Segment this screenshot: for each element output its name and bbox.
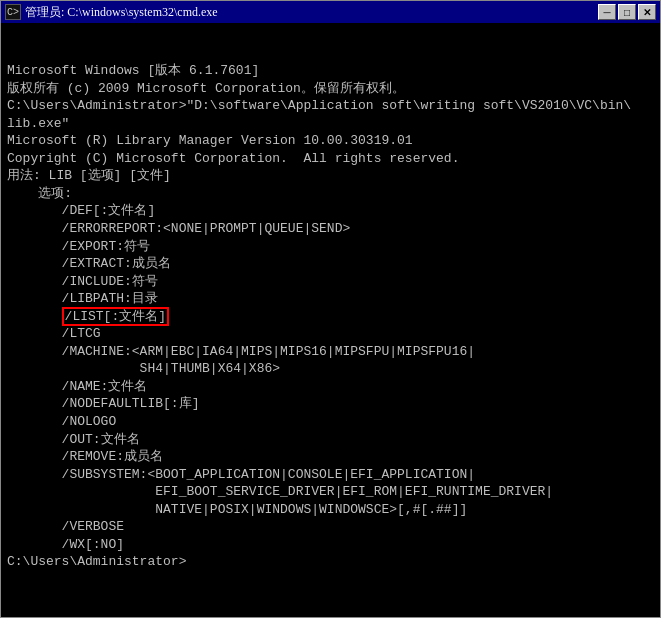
terminal-line: NATIVE|POSIX|WINDOWS|WINDOWSCE>[,#[.##]] — [7, 501, 654, 519]
terminal-line: /VERBOSE — [7, 518, 654, 536]
close-button[interactable]: ✕ — [638, 4, 656, 20]
terminal-content: Microsoft Windows [版本 6.1.7601]版权所有 (c) … — [1, 23, 660, 617]
terminal-line: /INCLUDE:符号 — [7, 273, 654, 291]
terminal-line: SH4|THUMB|X64|X86> — [7, 360, 654, 378]
cmd-icon: C> — [5, 4, 21, 20]
title-bar-buttons: ─ □ ✕ — [598, 4, 656, 20]
maximize-button[interactable]: □ — [618, 4, 636, 20]
terminal-line: /MACHINE:<ARM|EBC|IA64|MIPS|MIPS16|MIPSF… — [7, 343, 654, 361]
terminal-line: C:\Users\Administrator> — [7, 553, 654, 571]
terminal-line: /WX[:NO] — [7, 536, 654, 554]
terminal-line: 版权所有 (c) 2009 Microsoft Corporation。保留所有… — [7, 80, 654, 98]
minimize-button[interactable]: ─ — [598, 4, 616, 20]
terminal-line: /SUBSYSTEM:<BOOT_APPLICATION|CONSOLE|EFI… — [7, 466, 654, 484]
terminal-line: /DEF[:文件名] — [7, 202, 654, 220]
terminal-line: /OUT:文件名 — [7, 431, 654, 449]
terminal-line: Microsoft Windows [版本 6.1.7601] — [7, 62, 654, 80]
terminal-line: 选项: — [7, 185, 654, 203]
terminal-line: /LTCG — [7, 325, 654, 343]
terminal-line: C:\Users\Administrator>"D:\software\Appl… — [7, 97, 654, 115]
terminal-line: 用法: LIB [选项] [文件] — [7, 167, 654, 185]
terminal-line: Copyright (C) Microsoft Corporation. All… — [7, 150, 654, 168]
terminal-line: /ERRORREPORT:<NONE|PROMPT|QUEUE|SEND> — [7, 220, 654, 238]
window-title: 管理员: C:\windows\system32\cmd.exe — [25, 4, 218, 21]
terminal-line: /NOLOGO — [7, 413, 654, 431]
title-bar-left: C> 管理员: C:\windows\system32\cmd.exe — [5, 4, 218, 21]
terminal-line: /EXTRACT:成员名 — [7, 255, 654, 273]
terminal-line: /NODEFAULTLIB[:库] — [7, 395, 654, 413]
terminal-line: EFI_BOOT_SERVICE_DRIVER|EFI_ROM|EFI_RUNT… — [7, 483, 654, 501]
title-bar: C> 管理员: C:\windows\system32\cmd.exe ─ □ … — [1, 1, 660, 23]
cmd-window: C> 管理员: C:\windows\system32\cmd.exe ─ □ … — [0, 0, 661, 618]
terminal-line: /NAME:文件名 — [7, 378, 654, 396]
terminal-line: /LIBPATH:目录 — [7, 290, 654, 308]
terminal-line: lib.exe" — [7, 115, 654, 133]
terminal-line: /LIST[:文件名] — [7, 308, 654, 326]
terminal-line: /EXPORT:符号 — [7, 238, 654, 256]
terminal-line: /REMOVE:成员名 — [7, 448, 654, 466]
terminal-line: Microsoft (R) Library Manager Version 10… — [7, 132, 654, 150]
